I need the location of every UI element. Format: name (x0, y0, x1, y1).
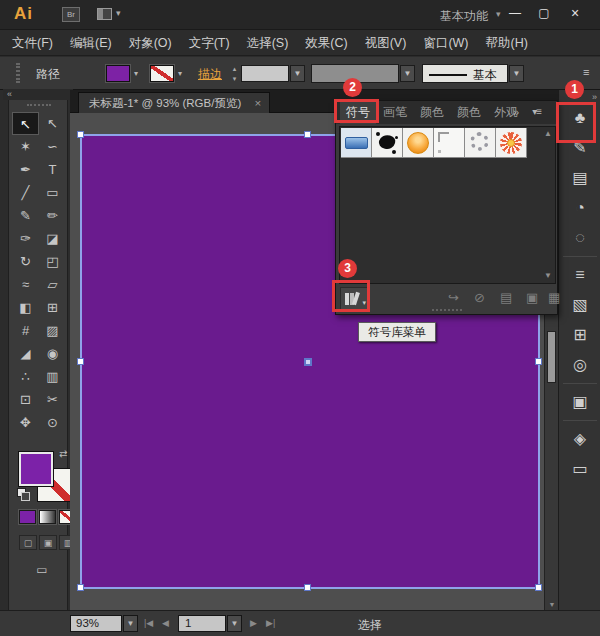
color-guide-panel-icon[interactable]: ◔ (563, 193, 597, 223)
artboard-number-field[interactable]: 1 (178, 615, 226, 632)
width-profile-dropdown[interactable]: ▼ (400, 65, 415, 82)
zoom-tool[interactable]: ⊙ (39, 411, 66, 434)
zoom-dropdown-icon[interactable]: ▼ (123, 615, 138, 632)
place-symbol-instance-button[interactable]: ↪ (448, 290, 459, 305)
brush-definition-dropdown[interactable]: ▼ (509, 65, 524, 82)
menu-effect[interactable]: 效果(C) (305, 35, 347, 52)
fill-dropdown-icon[interactable]: ▾ (134, 69, 138, 78)
delete-symbol-button[interactable]: ▦ (548, 290, 560, 305)
hand-tool[interactable]: ✥ (12, 411, 39, 434)
gradient-button[interactable] (39, 510, 56, 524)
blue-banner-symbol[interactable] (341, 128, 372, 158)
free-transform-tool[interactable]: ▱ (39, 273, 66, 296)
selection-handle[interactable] (535, 358, 542, 365)
workspace-dropdown-icon[interactable]: ▾ (496, 9, 501, 19)
eraser-tool[interactable]: ◪ (39, 227, 66, 250)
menu-edit[interactable]: 编辑(E) (70, 35, 112, 52)
stroke-weight-field[interactable] (241, 65, 289, 82)
menu-object[interactable]: 对象(O) (129, 35, 172, 52)
tab-brushes[interactable]: 画笔 (377, 101, 413, 124)
maximize-button[interactable]: ▢ (532, 4, 556, 22)
swatches-panel-icon[interactable]: ▤ (563, 163, 597, 193)
artboard-tool[interactable]: ⊡ (12, 388, 39, 411)
bridge-icon[interactable]: Br (62, 7, 80, 22)
stroke-weight-stepper[interactable]: ▴▾ (230, 64, 239, 83)
stepper-down-icon[interactable]: ▾ (230, 74, 239, 83)
line-segment-tool[interactable]: ╱ (12, 181, 39, 204)
panel-drag-grip[interactable] (432, 309, 462, 312)
symbol-sprayer-tool[interactable]: ∴ (12, 365, 39, 388)
arrange-documents-icon[interactable] (97, 8, 112, 20)
tab-close-icon[interactable]: × (254, 97, 261, 109)
selection-tool[interactable]: ↖ (12, 112, 39, 135)
slice-tool[interactable]: ✂ (39, 388, 66, 411)
fill-indicator[interactable] (19, 452, 53, 486)
lasso-tool[interactable]: ∽ (39, 135, 66, 158)
transparency-panel-icon[interactable]: ◎ (563, 350, 597, 380)
align-panel-icon[interactable]: ≡ (563, 260, 597, 290)
brush-definition-select[interactable]: 基本 (422, 64, 508, 83)
paintbrush-tool[interactable]: ✎ (12, 204, 39, 227)
layers-panel-icon[interactable]: ◈ (563, 424, 597, 454)
tab-color[interactable]: 颜色 (414, 101, 450, 124)
stroke-dropdown-icon[interactable]: ▾ (178, 69, 182, 78)
screen-mode-button[interactable]: ▭ (31, 562, 53, 579)
perspective-grid-tool[interactable]: ⊞ (39, 296, 66, 319)
rotate-tool[interactable]: ↻ (12, 250, 39, 273)
selection-handle[interactable] (77, 584, 84, 591)
direct-selection-tool[interactable]: ↖ (39, 112, 66, 135)
mesh-tool[interactable]: # (12, 319, 39, 342)
next-artboard-button[interactable]: ▶ (250, 618, 257, 628)
pencil-tool[interactable]: ✏ (39, 204, 66, 227)
flower-symbol[interactable] (496, 128, 527, 158)
blend-tool[interactable]: ◉ (39, 342, 66, 365)
menu-help[interactable]: 帮助(H) (486, 35, 528, 52)
control-panel-menu-icon[interactable]: ≡ (583, 66, 587, 78)
magic-wand-tool[interactable]: ✶ (12, 135, 39, 158)
first-artboard-button[interactable]: |◀ (144, 618, 153, 628)
selection-handle[interactable] (77, 358, 84, 365)
new-symbol-button[interactable]: ▣ (526, 290, 538, 305)
document-tab[interactable]: 未标题-1* @ 93% (RGB/预览) × (78, 92, 270, 113)
orange-orb-symbol[interactable] (403, 128, 434, 158)
column-graph-tool[interactable]: ▥ (39, 365, 66, 388)
draw-normal-mode-button[interactable]: ▢ (19, 535, 37, 550)
scale-tool[interactable]: ◰ (39, 250, 66, 273)
menu-window[interactable]: 窗口(W) (423, 35, 468, 52)
color-button[interactable] (19, 510, 36, 524)
menu-file[interactable]: 文件(F) (12, 35, 53, 52)
dock-collapse-icon[interactable]: » (592, 92, 597, 102)
panel-scroll-down-icon[interactable]: ▼ (544, 271, 552, 280)
fill-color-swatch[interactable] (106, 65, 130, 82)
workspace-switcher[interactable]: 基本功能 (440, 8, 488, 25)
gradient-tool[interactable]: ▨ (39, 319, 66, 342)
selection-center-point[interactable] (304, 358, 312, 366)
artboards-panel-icon[interactable]: ▭ (563, 454, 597, 484)
zoom-level-field[interactable]: 93% (70, 615, 122, 632)
stroke-color-swatch[interactable] (150, 65, 174, 82)
panel-scroll-up-icon[interactable]: ▲ (544, 129, 552, 138)
panel-expand-icon[interactable]: » (513, 106, 519, 118)
menu-view[interactable]: 视图(V) (365, 35, 407, 52)
pen-tool[interactable]: ✒ (12, 158, 39, 181)
shape-builder-tool[interactable]: ◧ (12, 296, 39, 319)
menu-select[interactable]: 选择(S) (247, 35, 289, 52)
stroke-weight-dropdown[interactable]: ▼ (290, 65, 305, 82)
selection-handle[interactable] (304, 131, 311, 138)
swap-fill-stroke-icon[interactable]: ⇄ (59, 448, 67, 459)
rectangle-tool[interactable]: ▭ (39, 181, 66, 204)
menu-type[interactable]: 文字(T) (189, 35, 230, 52)
arrange-documents-dropdown-icon[interactable]: ▾ (116, 8, 121, 18)
graphic-styles-panel-icon[interactable]: ▣ (563, 387, 597, 417)
width-tool[interactable]: ≈ (12, 273, 39, 296)
selection-handle[interactable] (77, 131, 84, 138)
scroll-down-icon[interactable]: ▼ (547, 601, 557, 608)
eyedropper-tool[interactable]: ◢ (12, 342, 39, 365)
stepper-up-icon[interactable]: ▴ (230, 64, 239, 73)
minimize-button[interactable]: — (503, 4, 527, 22)
close-button[interactable]: × (563, 4, 587, 22)
tools-collapse-icon[interactable]: « (3, 89, 73, 100)
wreath-symbol[interactable] (465, 128, 496, 158)
ink-splat-symbol[interactable] (372, 128, 403, 158)
previous-artboard-button[interactable]: ◀ (162, 618, 169, 628)
